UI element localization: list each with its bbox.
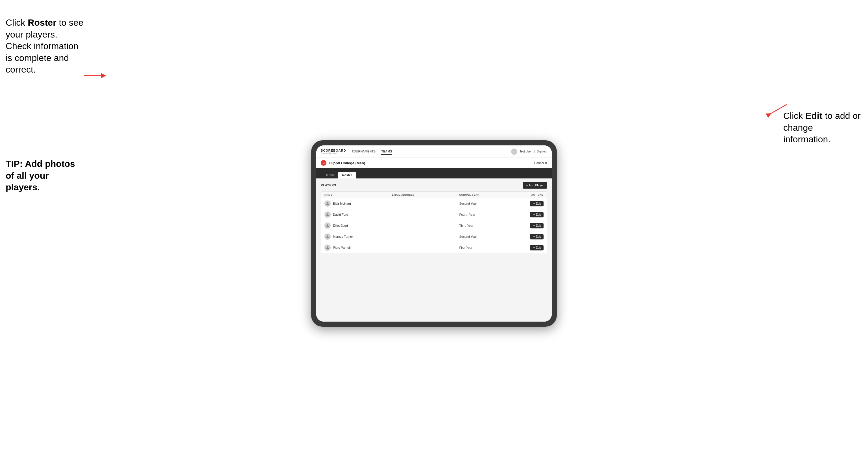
avatar [324, 212, 331, 218]
player-year: First Year [459, 246, 510, 249]
college-name: Clippd College (Men) [329, 161, 534, 165]
players-label: PLAYERS [321, 184, 336, 187]
player-name-cell: David Ford [324, 212, 392, 218]
tab-roster[interactable]: Roster [338, 172, 356, 179]
add-player-button[interactable]: + Add Player [523, 182, 547, 189]
edit-button[interactable]: ✏ Edit [530, 201, 544, 207]
players-table: NAME EMAIL ADDRESS SCHOOL YEAR ACTIONS [321, 191, 547, 253]
tablet-screen: SCOREBOARD Powered by clippd TOURNAMENTS… [316, 146, 552, 321]
edit-button[interactable]: ✏ Edit [530, 245, 544, 250]
table-row: David Ford Fourth Year ✏ Edit [321, 209, 547, 220]
player-name: David Ford [333, 213, 348, 216]
player-name-cell: Piers Parnell [324, 245, 392, 251]
user-avatar [511, 149, 517, 155]
nav-tournaments[interactable]: TOURNAMENTS [351, 149, 376, 155]
player-name: Blair McHarg [333, 202, 351, 205]
right-instruction: Click Edit to add or change information. [783, 110, 862, 146]
pencil-icon: ✏ [533, 235, 535, 238]
tip-text: TIP: Add photos of all your players. [6, 158, 85, 193]
tab-details[interactable]: Details [321, 172, 338, 179]
nav-links: TOURNAMENTS TEAMS [351, 149, 511, 155]
player-name-cell: Marcus Turner [324, 234, 392, 240]
svg-point-4 [327, 246, 329, 248]
col-year: SCHOOL YEAR [459, 193, 510, 196]
actions-cell: ✏ Edit [510, 212, 544, 217]
table-row: Piers Parnell First Year ✏ Edit [321, 242, 547, 253]
svg-point-2 [327, 224, 329, 226]
left-instruction: Click Roster to see your players. Check … [6, 17, 85, 76]
table-row: Blair McHarg Second Year ✏ Edit [321, 198, 547, 209]
edit-button[interactable]: ✏ Edit [530, 212, 544, 217]
pencil-icon: ✏ [533, 246, 535, 249]
logo-title: SCOREBOARD [321, 149, 346, 152]
cancel-button[interactable]: Cancel ✕ [534, 161, 547, 165]
svg-line-6 [767, 104, 787, 116]
player-year: Second Year [459, 235, 510, 238]
pencil-icon: ✏ [533, 202, 535, 205]
nav-bar: SCOREBOARD Powered by clippd TOURNAMENTS… [316, 146, 552, 158]
pencil-icon: ✏ [533, 213, 535, 216]
player-name-cell: Elliot Ebert [324, 222, 392, 229]
actions-cell: ✏ Edit [510, 201, 544, 207]
player-year: Fourth Year [459, 213, 510, 216]
player-name: Elliot Ebert [333, 224, 348, 227]
pencil-icon: ✏ [533, 224, 535, 227]
college-icon: C [321, 160, 327, 166]
table-header: NAME EMAIL ADDRESS SCHOOL YEAR ACTIONS [321, 192, 547, 198]
player-name: Marcus Turner [333, 235, 353, 238]
arrow-left [84, 70, 107, 81]
nav-separator: | [534, 150, 535, 153]
col-name: NAME [324, 193, 392, 196]
nav-right: Test User | Sign out [511, 149, 547, 155]
content-area: PLAYERS + Add Player NAME EMAIL ADDRESS … [316, 179, 552, 321]
players-header: PLAYERS + Add Player [321, 182, 547, 189]
actions-cell: ✏ Edit [510, 234, 544, 240]
table-row: Marcus Turner Second Year ✏ Edit [321, 231, 547, 242]
tablet-frame: SCOREBOARD Powered by clippd TOURNAMENTS… [311, 140, 557, 327]
player-name: Piers Parnell [333, 246, 350, 249]
table-row: Elliot Ebert Third Year ✏ Edit [321, 220, 547, 231]
edit-button[interactable]: ✏ Edit [530, 223, 544, 228]
logo-area: SCOREBOARD Powered by clippd [321, 149, 346, 154]
arrow-right [764, 102, 787, 119]
player-name-cell: Blair McHarg [324, 200, 392, 207]
actions-cell: ✏ Edit [510, 245, 544, 250]
actions-cell: ✏ Edit [510, 223, 544, 228]
user-name: Test User [520, 150, 531, 153]
sign-out-link[interactable]: Sign out [537, 150, 547, 153]
svg-point-1 [327, 213, 329, 215]
col-email: EMAIL ADDRESS [392, 193, 459, 196]
avatar [324, 234, 331, 240]
avatar [324, 245, 331, 251]
col-actions: ACTIONS [510, 193, 544, 196]
svg-point-3 [327, 235, 329, 237]
logo-subtitle: Powered by clippd [321, 152, 346, 154]
avatar [324, 200, 331, 207]
player-year: Third Year [459, 224, 510, 227]
page-header: C Clippd College (Men) Cancel ✕ [316, 158, 552, 168]
player-year: Second Year [459, 202, 510, 205]
tabs-bar: Details Roster [316, 168, 552, 179]
nav-teams[interactable]: TEAMS [381, 149, 392, 155]
edit-button[interactable]: ✏ Edit [530, 234, 544, 240]
svg-point-0 [327, 202, 329, 204]
avatar [324, 222, 331, 229]
